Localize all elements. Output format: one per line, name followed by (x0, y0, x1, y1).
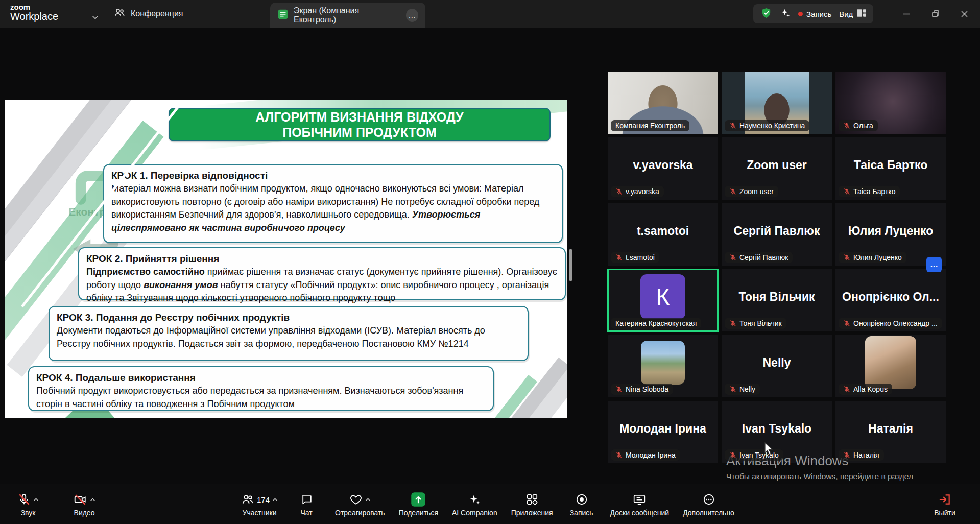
participant-name-label: Zoom user (739, 187, 774, 196)
slide-title-line2: ПОБІЧНИМ ПРОДУКТОМ (282, 125, 437, 140)
toolbar-share-button[interactable]: Поделиться (399, 491, 438, 517)
participant-display-name: Наталія (835, 422, 946, 436)
participant-display-name: t.samotoi (608, 224, 718, 238)
tab-shared-screen-label: Экран (Компания Еконтроль) (294, 6, 397, 25)
toolbar-whiteboards-button[interactable]: Доски сообщений (610, 491, 670, 517)
participant-tile[interactable]: ККатерина Краснокутская (608, 269, 718, 331)
slide-step-box: КРОК 3. Подання до Реєстру побічних прод… (49, 306, 529, 361)
toolbar-audio-button[interactable]: Звук (13, 491, 43, 517)
participant-tile[interactable]: Молодан ІринаМолодан Ірина (608, 401, 718, 463)
top-bar: zoom Workplace Конференция Экран (Компан… (0, 0, 980, 28)
shared-screen-icon (277, 9, 289, 22)
participant-display-name: Zoom user (722, 158, 832, 172)
participant-tile[interactable]: Ольга (835, 72, 946, 134)
step-body: Документи подаються до Інформаційної сис… (57, 324, 520, 350)
participant-display-name: Юлия Луценко (835, 224, 946, 238)
toolbar-share-label: Поделиться (399, 509, 438, 517)
toolbar-whiteboards-label: Доски сообщений (610, 509, 670, 517)
toolbar-video-button[interactable]: Видео (69, 491, 99, 517)
participant-tile[interactable]: Alla Kopus (835, 335, 946, 397)
participant-tile[interactable]: NellyNelly (722, 335, 832, 397)
participant-name-tag: Nelly (725, 384, 760, 395)
toolbar-apps-button[interactable]: Приложения (511, 491, 553, 517)
participant-tile[interactable]: t.samotoit.samotoi (608, 203, 718, 266)
mic-muted-icon (843, 122, 850, 129)
window-restore-button[interactable] (924, 0, 947, 28)
tab-conference[interactable]: Конференция (113, 0, 183, 28)
chevron-up-icon[interactable] (33, 498, 39, 502)
toolbar-reactions-label: Отреагировать (335, 509, 385, 517)
chevron-up-icon[interactable] (90, 498, 95, 502)
participant-more-button[interactable]: … (926, 257, 942, 272)
participant-name-label: Alla Kopus (853, 385, 888, 393)
toolbar-audio-icon-row (17, 491, 39, 508)
toolbar-leave-label: Выйти (934, 509, 955, 517)
mic-muted-icon (843, 386, 850, 393)
slide-step-box: КРОК 4. Подальше використанняПобічний пр… (28, 366, 494, 411)
toolbar-reactions-button[interactable]: Отреагировать (335, 491, 385, 517)
participant-tile[interactable]: Науменко Кристина (722, 72, 832, 134)
participant-tile[interactable]: Тоня ВільчикТоня Вільчик (722, 269, 832, 331)
participant-tile[interactable]: Таіса БарткоТаіса Бартко (835, 137, 946, 200)
step-body: Матеріал можна визнати побічним продукто… (111, 182, 555, 234)
mic-muted-icon (729, 122, 736, 129)
mic-muted-icon (843, 320, 850, 327)
step-body: Підприємство самостійно приймає рішення … (86, 266, 558, 305)
slide-title-banner: АЛГОРИТМ ВИЗНАННЯ ВІДХОДУ ПОБІЧНИМ ПРОДУ… (169, 108, 551, 141)
toolbar-participants-label: Участники (243, 509, 277, 517)
participants-icon (241, 493, 254, 506)
security-shield-icon[interactable] (760, 7, 772, 20)
participant-tile[interactable]: Сергій ПавлюкСергій Павлюк (722, 203, 832, 266)
participant-display-name: Молодан Ірина (608, 422, 718, 436)
view-layout-icon (857, 9, 866, 18)
chevron-up-icon[interactable] (365, 498, 371, 502)
participant-tile[interactable]: Компания Еконтроль (608, 72, 718, 134)
toolbar-chat-button[interactable]: Чат (292, 491, 321, 517)
participant-tile[interactable]: v.yavorskav.yavorska (608, 137, 718, 200)
chevron-down-icon[interactable] (92, 12, 99, 21)
toolbar-video-label: Видео (74, 509, 95, 517)
toolbar-more-button[interactable]: Дополнительно (683, 491, 734, 517)
participant-name-label: Таіса Бартко (853, 187, 895, 196)
tab-options-ellipsis-icon[interactable]: … (406, 9, 418, 22)
toolbar-reactions-icon-row (349, 491, 371, 508)
mic-muted-icon (843, 451, 850, 459)
chevron-up-icon[interactable] (272, 498, 278, 502)
toolbar-chat-icon-row (300, 491, 313, 508)
view-button[interactable]: Вид (839, 9, 866, 18)
participant-tile[interactable]: Онопрієнко Ол...Онопрієнко Олександр ... (835, 269, 946, 331)
participant-name-label: Nina Sloboda (626, 385, 668, 393)
ai-sparkle-icon[interactable] (780, 8, 791, 20)
step-title: КРОК 4. Подальше використання (36, 371, 486, 385)
participant-name-label: Ольга (853, 122, 873, 130)
step-title: КРОК 3. Подання до Реєстру побічних прод… (57, 311, 520, 324)
step-title: КРОК 2. Прийняття рішення (86, 252, 558, 266)
participant-name-label: Молодан Ірина (626, 451, 676, 459)
participant-tile[interactable]: Юлия ЛуценкоЮлия Луценко… (835, 203, 946, 266)
participant-display-name: Онопрієнко Ол... (835, 290, 946, 304)
toolbar-participants-icon-row: 174 (241, 491, 278, 508)
toolbar-whiteboards-icon-row (632, 491, 647, 508)
participant-tile[interactable]: Nina Sloboda (608, 335, 718, 397)
participant-name-label: Nelly (739, 385, 755, 393)
toolbar-record-label: Запись (570, 509, 593, 517)
tab-shared-screen[interactable]: Экран (Компания Еконтроль) … (270, 3, 425, 28)
participant-name-label: Катерина Краснокутская (615, 319, 697, 327)
share-area-scrollbar[interactable] (569, 249, 572, 281)
toolbar-chat-label: Чат (300, 509, 312, 517)
window-close-button[interactable] (953, 0, 975, 28)
participant-name-tag: Ольга (839, 120, 878, 131)
participant-name-tag: Катерина Краснокутская (611, 318, 701, 329)
participant-name-label: t.samotoi (626, 253, 655, 261)
participant-name-tag: Юлия Луценко (839, 252, 906, 263)
toolbar-participants-button[interactable]: 174Участники (241, 491, 278, 517)
watermark-line2: Чтобы активировать Windows, перейдите в … (726, 472, 913, 481)
toolbar-leave-button[interactable]: Выйти (930, 491, 960, 517)
participant-name-tag: Zoom user (725, 186, 778, 197)
window-minimize-button[interactable] (895, 0, 918, 28)
toolbar-record-button[interactable]: Запись (567, 491, 596, 517)
meeting-toolbar: ЗвукВидео174УчастникиЧатОтреагироватьПод… (0, 484, 980, 524)
participant-tile[interactable]: Zoom userZoom user (722, 137, 832, 200)
toolbar-share-icon-row (411, 491, 426, 508)
toolbar-ai-companion-button[interactable]: AI Companion (452, 491, 497, 517)
